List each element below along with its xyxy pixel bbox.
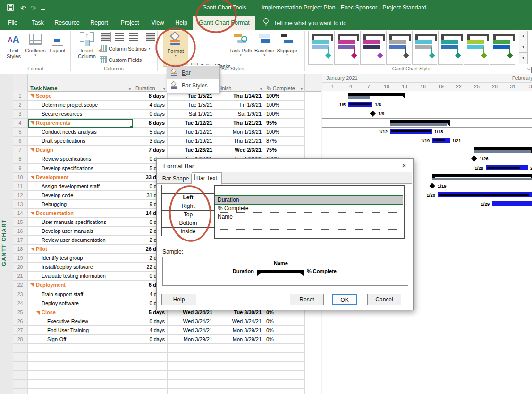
row-number[interactable]: 24 (13, 300, 27, 306)
task-name-cell[interactable]: Draft specifications (27, 138, 146, 144)
pct-complete-cell[interactable]: 87% (264, 138, 304, 144)
collapse-triangle-icon[interactable] (30, 283, 34, 287)
collapse-triangle-icon[interactable] (30, 248, 34, 251)
position-label-left[interactable]: Left (161, 193, 215, 202)
row-number[interactable]: 10 (13, 174, 27, 180)
dialog-close-icon[interactable]: × (399, 161, 409, 171)
column-settings-button[interactable]: ✱ Column Settings▾ (100, 45, 150, 52)
row-number[interactable]: 7 (13, 147, 27, 153)
row-number[interactable]: 12 (13, 192, 27, 198)
collapse-triangle-icon[interactable] (30, 212, 34, 215)
pct-complete-cell[interactable]: 100% (264, 102, 304, 108)
row-number[interactable]: 28 (13, 336, 27, 342)
position-value-right[interactable]: % Complete (215, 204, 403, 213)
insert-column-button[interactable]: ↑ Insert Column (76, 31, 98, 59)
row-number[interactable]: 19 (13, 255, 27, 261)
task-name-cell[interactable]: User manuals specifications (27, 219, 146, 225)
help-button[interactable]: Help (161, 294, 196, 305)
task-name-cell[interactable]: Deploy software (27, 300, 146, 306)
row-number[interactable]: 26 (13, 318, 27, 324)
task-name-cell[interactable]: Assign development staff (27, 183, 146, 189)
row-number[interactable]: 20 (13, 264, 27, 270)
pct-complete-cell[interactable]: 0% (264, 336, 304, 342)
gallery-more-button[interactable]: ▼ (519, 52, 528, 64)
start-cell[interactable]: Tue 1/26/21 (167, 147, 215, 153)
task-name-cell[interactable]: Review specifications (27, 156, 146, 162)
finish-cell[interactable]: Wed 2/3/21 (215, 147, 264, 153)
position-value-bottom[interactable] (215, 221, 403, 230)
duration-cell[interactable]: 0 days (133, 336, 167, 342)
menu-item-bar-styles[interactable]: Bar Styles (167, 79, 219, 92)
finish-cell[interactable]: Fri 1/8/21 (215, 102, 264, 108)
task-bar[interactable] (492, 201, 532, 206)
start-cell[interactable]: Wed 3/24/21 (167, 318, 215, 324)
task-bar[interactable] (390, 129, 432, 134)
summary-task-bar[interactable] (432, 174, 532, 180)
row-number[interactable]: 5 (13, 129, 27, 135)
ok-button[interactable]: OK (332, 294, 357, 305)
align-center-icon[interactable] (114, 32, 125, 42)
row-number[interactable]: 6 (13, 138, 27, 144)
gantt-style-thumbnail-1[interactable] (308, 31, 333, 65)
row-number[interactable]: 13 (13, 201, 27, 207)
summary-task-bar[interactable] (390, 120, 450, 126)
tab-view[interactable]: View (146, 16, 169, 30)
task-name-cell[interactable]: Develop specifications (27, 165, 146, 171)
baseline-button[interactable]: Baseline ▾ (253, 31, 275, 57)
finish-cell[interactable]: Mon 3/29/21 (215, 336, 264, 342)
duration-cell[interactable]: 0 days (133, 318, 167, 324)
gallery-scroll-down-button[interactable]: ▼ (519, 42, 528, 53)
finish-cell[interactable]: Thu 1/14/21 (215, 93, 264, 99)
collapse-triangle-icon[interactable] (30, 94, 34, 98)
row-number[interactable]: 21 (13, 273, 27, 279)
row-number[interactable]: 11 (13, 183, 27, 189)
customize-qat-icon[interactable]: ▬ (41, 4, 45, 13)
task-bar[interactable] (348, 102, 372, 107)
start-cell[interactable]: Tue 1/19/21 (167, 138, 215, 144)
task-name-cell[interactable]: Install/deploy software (27, 264, 146, 270)
finish-cell[interactable]: Thu 1/21/21 (215, 120, 264, 126)
row-number[interactable]: 14 (13, 210, 27, 216)
finish-cell[interactable]: Thu 1/21/21 (215, 138, 264, 144)
task-name-cell[interactable]: Train support staff (27, 291, 146, 297)
task-name-cell[interactable]: Documentation (27, 210, 135, 216)
finish-cell[interactable]: Wed 3/24/21 (215, 318, 264, 324)
task-bar[interactable] (438, 192, 532, 197)
tab-task[interactable]: Task (26, 16, 50, 30)
align-right-icon[interactable] (128, 32, 139, 42)
task-name-cell[interactable]: Close (27, 309, 140, 315)
summary-task-bar[interactable] (348, 93, 405, 99)
start-cell[interactable]: Sat 1/9/21 (167, 111, 215, 117)
task-name-cell[interactable]: Secure resources (27, 111, 146, 117)
pct-complete-cell[interactable]: 100% (264, 129, 304, 135)
gantt-style-thumbnail-7[interactable] (464, 31, 489, 65)
layout-button[interactable]: Layout (47, 31, 68, 53)
format-button[interactable]: Format ▾ (163, 31, 188, 67)
task-name-cell[interactable]: Review user documentation (27, 237, 146, 243)
row-number[interactable]: 2 (13, 102, 27, 108)
dialog-tab-bar-text[interactable]: Bar Text (192, 172, 222, 185)
duration-cell[interactable]: 4 days (133, 102, 167, 108)
task-name-cell[interactable]: Deployment (27, 282, 135, 288)
start-cell[interactable]: Mon 3/29/21 (167, 336, 215, 342)
row-number[interactable]: 15 (13, 219, 27, 225)
finish-cell[interactable]: Mon 1/18/21 (215, 129, 264, 135)
collapse-triangle-icon[interactable] (30, 148, 34, 152)
task-name-cell[interactable]: Identify test group (27, 255, 146, 261)
text-styles-button[interactable]: AA Text Styles (3, 31, 24, 59)
row-number[interactable]: 16 (13, 228, 27, 234)
duration-cell[interactable]: 3 days (133, 138, 167, 144)
duration-cell[interactable]: 8 days (133, 93, 167, 99)
pct-complete-cell[interactable]: 0% (264, 327, 304, 333)
row-number[interactable]: 1 (13, 93, 27, 99)
row-number[interactable]: 25 (13, 309, 27, 315)
slippage-button[interactable]: Slippage ▾ (275, 31, 299, 57)
collapse-triangle-icon[interactable] (36, 311, 40, 315)
gantt-style-thumbnail-4[interactable] (386, 31, 411, 65)
task-bar[interactable] (486, 165, 528, 170)
task-name-cell[interactable]: Evaluate testing information (27, 273, 146, 279)
position-label-top[interactable]: Top (161, 210, 215, 219)
summary-task-bar[interactable] (474, 147, 532, 153)
position-label-inside[interactable]: Inside (161, 227, 215, 236)
align-left-icon[interactable] (100, 32, 111, 42)
